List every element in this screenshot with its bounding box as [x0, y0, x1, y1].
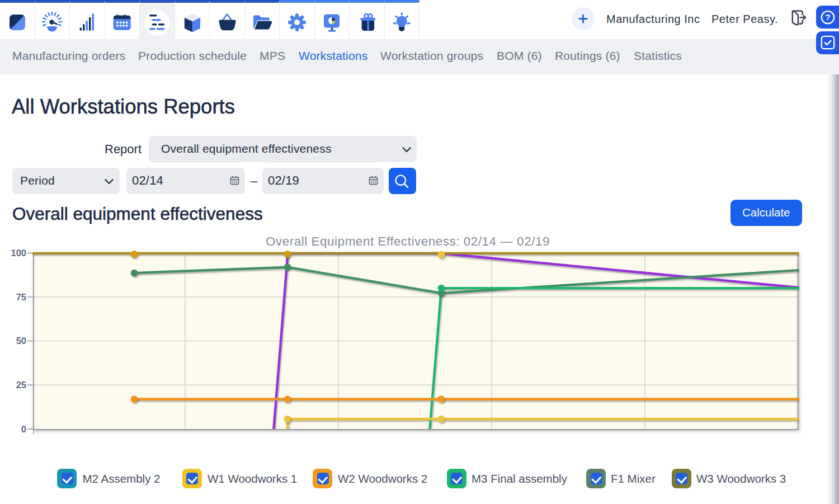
svg-text:0: 0	[21, 424, 26, 434]
svg-text:25: 25	[16, 380, 26, 390]
svg-text:100: 100	[11, 248, 26, 258]
svg-text:?: ?	[825, 12, 830, 22]
svg-text:50: 50	[16, 336, 26, 346]
svg-text:Overall Equipment Effectivenes: Overall Equipment Effectiveness: 02/14 —…	[266, 234, 550, 248]
svg-text:75: 75	[16, 292, 26, 302]
